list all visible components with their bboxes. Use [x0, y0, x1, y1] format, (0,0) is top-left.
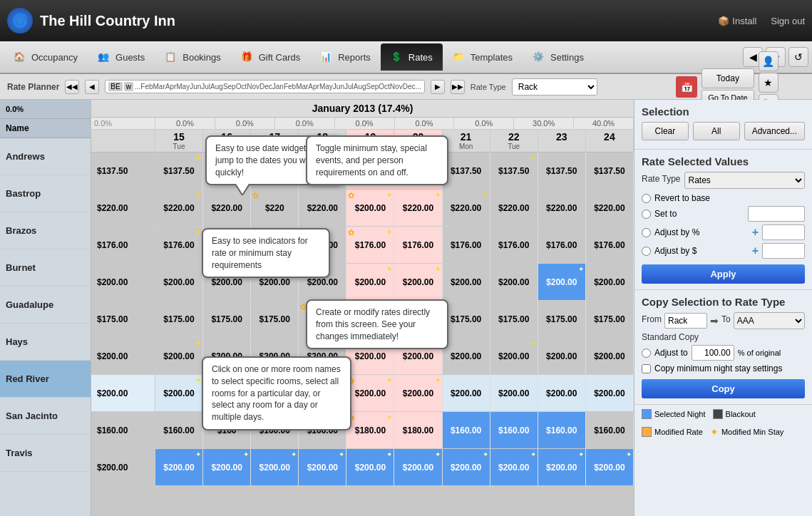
from-input[interactable]: [664, 313, 707, 329]
cell-brazos-21[interactable]: $176.00: [443, 227, 490, 263]
cell-guadalupe-17[interactable]: $175.00: [251, 301, 299, 337]
nav-next-button[interactable]: ▶: [431, 80, 445, 94]
cell-guadalupe-16[interactable]: $175.00: [203, 301, 251, 337]
cell-burnet-23[interactable]: ✦$200.00: [538, 264, 586, 300]
cell-bastrop-21[interactable]: ✦$220.00: [443, 190, 490, 226]
cell-travis-19[interactable]: ✦$200.00: [346, 449, 394, 485]
cell-rr-19[interactable]: ✦✿$200.00: [346, 375, 394, 411]
setto-radio[interactable]: [642, 210, 651, 219]
cell-travis-21[interactable]: ✦$200.00: [443, 449, 490, 485]
cell-rr-22[interactable]: $200.00: [490, 375, 538, 411]
cell-sj-21[interactable]: $160.00: [443, 412, 490, 448]
nav-item-bookings[interactable]: 📋 Bookings: [155, 43, 230, 71]
cell-bastrop-19[interactable]: ✦✿$200.00: [346, 190, 394, 226]
sidebar-item-bastrop[interactable]: Bastrop: [0, 175, 91, 212]
cell-burnet-22[interactable]: $200.00: [490, 264, 538, 300]
adjustdollar-input[interactable]: [762, 243, 805, 259]
sidebar-item-burnet[interactable]: Burnet: [0, 249, 91, 287]
cell-sj-15[interactable]: $160.00: [155, 412, 203, 448]
cell-andrews-21[interactable]: $137.50: [443, 153, 490, 189]
nav-item-giftcards[interactable]: 🎁 Gift Cards: [231, 43, 311, 71]
sidebar-item-redriver[interactable]: Red River: [0, 361, 91, 398]
apply-button[interactable]: Apply: [642, 264, 805, 284]
cell-sj-24[interactable]: $160.00: [586, 412, 634, 448]
cell-brazos-19[interactable]: ✦✿$176.00: [346, 227, 394, 263]
cell-burnet-20[interactable]: ✦$200.00: [394, 264, 442, 300]
cell-hays-22[interactable]: ✦$200.00: [490, 338, 538, 374]
nav-item-settings[interactable]: ⚙️ Settings: [523, 43, 594, 71]
sidebar-item-guadalupe[interactable]: Guadalupe: [0, 287, 91, 324]
cell-sj-22[interactable]: $160.00: [490, 412, 538, 448]
sidebar-item-sanjacinto[interactable]: San Jacinto: [0, 398, 91, 435]
cell-burnet-19[interactable]: ✦$200.00: [346, 264, 394, 300]
adjustpct-radio[interactable]: [642, 228, 651, 237]
day-23[interactable]: 23: [538, 130, 586, 152]
day-24[interactable]: 24: [586, 130, 634, 152]
adjustdollar-radio[interactable]: [642, 247, 651, 256]
day-21[interactable]: 21Mon: [443, 130, 490, 152]
cell-travis-17[interactable]: ✦$200.00: [251, 449, 299, 485]
rate-type-dropdown[interactable]: Rates: [684, 172, 805, 189]
cell-brazos-22[interactable]: $176.00: [490, 227, 538, 263]
cell-hays-23[interactable]: $200.00: [538, 338, 586, 374]
to-dropdown[interactable]: AAA: [734, 312, 805, 329]
cell-andrews-24[interactable]: $137.50: [586, 153, 634, 189]
cell-travis-22[interactable]: ✦$200.00: [490, 449, 538, 485]
cal-toggle-2[interactable]: ★: [759, 73, 778, 93]
cell-rr-15[interactable]: ✦$200.00: [155, 375, 203, 411]
cell-travis-18[interactable]: ✦$200.00: [299, 449, 346, 485]
cell-guadalupe-15[interactable]: $175.00: [155, 301, 203, 337]
cell-brazos-24[interactable]: $176.00: [586, 227, 634, 263]
cell-bastrop-18[interactable]: $220.00: [299, 190, 346, 226]
adjustto-input[interactable]: [692, 345, 734, 361]
cell-hays-21[interactable]: $200.00: [443, 338, 490, 374]
nav-prev-button[interactable]: ◀: [85, 80, 99, 94]
cell-andrews-23[interactable]: $137.50: [538, 153, 586, 189]
nav-item-templates[interactable]: 📁 Templates: [443, 43, 523, 71]
cal-toggle-1[interactable]: 👤: [759, 51, 778, 71]
install-button[interactable]: 📦 Install: [718, 16, 756, 26]
cell-sj-19[interactable]: ✦✿$180.00: [346, 412, 394, 448]
cell-bastrop-23[interactable]: $220.00: [538, 190, 586, 226]
cell-travis-16[interactable]: ✦$200.00: [203, 449, 251, 485]
cell-guadalupe-22[interactable]: $175.00: [490, 301, 538, 337]
nav-item-rates[interactable]: 💲 Rates: [381, 43, 443, 71]
nav-first-button[interactable]: ◀◀: [65, 80, 79, 94]
day-15[interactable]: 15Tue: [155, 130, 203, 152]
nav-last-button[interactable]: ▶▶: [451, 80, 465, 94]
cell-burnet-24[interactable]: $200.00: [586, 264, 634, 300]
cell-travis-23[interactable]: ✦$200.00: [538, 449, 586, 485]
sidebar-item-hays[interactable]: Hays: [0, 324, 91, 361]
cell-andrews-15[interactable]: ✦$137.50: [155, 153, 203, 189]
cell-sj-20[interactable]: $180.00: [394, 412, 442, 448]
cell-travis-20[interactable]: ✦$200.00: [394, 449, 442, 485]
revert-radio[interactable]: [642, 194, 651, 203]
cell-andrews-22[interactable]: ✦$137.50: [490, 153, 538, 189]
cell-hays-15[interactable]: ✦$200.00: [155, 338, 203, 374]
cell-rr-23[interactable]: $200.00: [538, 375, 586, 411]
cell-guadalupe-21[interactable]: $175.00: [443, 301, 490, 337]
day-22[interactable]: 22Tue: [490, 130, 538, 152]
cell-hays-24[interactable]: $200.00: [586, 338, 634, 374]
cell-rr-24[interactable]: $200.00: [586, 375, 634, 411]
setto-input[interactable]: [748, 206, 805, 222]
cell-guadalupe-24[interactable]: $175.00: [586, 301, 634, 337]
nav-item-occupancy[interactable]: 🏠 Occupancy: [4, 43, 88, 71]
cell-sj-23[interactable]: $160.00: [538, 412, 586, 448]
cell-rr-20[interactable]: ✦$200.00: [394, 375, 442, 411]
copy-button[interactable]: Copy: [642, 379, 805, 398]
copy-min-checkbox[interactable]: [642, 364, 651, 373]
cell-guadalupe-23[interactable]: $175.00: [538, 301, 586, 337]
sidebar-item-brazos[interactable]: Brazos: [0, 212, 91, 249]
cell-rr-21[interactable]: $200.00: [443, 375, 490, 411]
cell-bastrop-17[interactable]: ✿$220: [251, 190, 299, 226]
all-button[interactable]: All: [693, 122, 740, 140]
cell-bastrop-20[interactable]: ✦$220.00: [394, 190, 442, 226]
cell-brazos-15[interactable]: ✦$176.00: [155, 227, 203, 263]
cell-brazos-20[interactable]: $176.00: [394, 227, 442, 263]
nav-item-reports[interactable]: 📊 Reports: [310, 43, 381, 71]
today-button[interactable]: Today: [701, 68, 754, 88]
cell-travis-15[interactable]: ✦$200.00: [155, 449, 203, 485]
cell-burnet-15[interactable]: $200.00: [155, 264, 203, 300]
adjustto-radio[interactable]: [642, 349, 651, 358]
